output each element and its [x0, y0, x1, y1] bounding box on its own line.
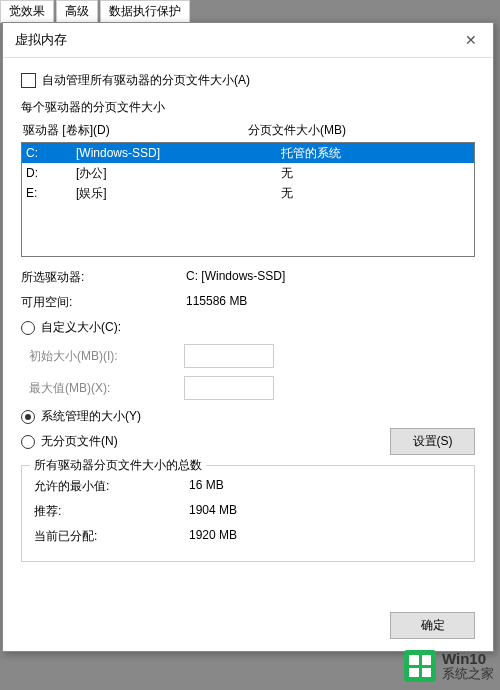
min-allowed-value: 16 MB	[189, 478, 462, 495]
watermark-line2: 系统之家	[442, 667, 494, 681]
drive-letter: E:	[26, 184, 76, 202]
totals-fieldset: 所有驱动器分页文件大小的总数 允许的最小值: 16 MB 推荐: 1904 MB…	[21, 465, 475, 562]
drive-label: [娱乐]	[76, 184, 281, 202]
totals-legend: 所有驱动器分页文件大小的总数	[30, 457, 206, 474]
watermark-line1: Win10	[442, 651, 494, 668]
no-pagefile-radio[interactable]	[21, 435, 35, 449]
drive-size: 无	[281, 164, 470, 182]
bg-tab: 高级	[56, 0, 98, 23]
max-size-label: 最大值(MB)(X):	[29, 380, 184, 397]
allocated-row: 当前已分配: 1920 MB	[34, 528, 462, 545]
virtual-memory-dialog: 虚拟内存 ✕ 自动管理所有驱动器的分页文件大小(A) 每个驱动器的分页文件大小 …	[2, 22, 494, 652]
titlebar: 虚拟内存 ✕	[3, 23, 493, 58]
drive-list[interactable]: C: [Windows-SSD] 托管的系统 D: [办公] 无 E: [娱乐]…	[21, 142, 475, 257]
drive-label: [Windows-SSD]	[76, 144, 281, 162]
initial-size-label: 初始大小(MB)(I):	[29, 348, 184, 365]
initial-size-row: 初始大小(MB)(I):	[21, 344, 475, 368]
auto-manage-label: 自动管理所有驱动器的分页文件大小(A)	[42, 72, 250, 89]
recommended-value: 1904 MB	[189, 503, 462, 520]
selected-drive-label: 所选驱动器:	[21, 269, 186, 286]
drive-row[interactable]: E: [娱乐] 无	[22, 183, 474, 203]
min-allowed-label: 允许的最小值:	[34, 478, 189, 495]
allocated-value: 1920 MB	[189, 528, 462, 545]
selected-drive-row: 所选驱动器: C: [Windows-SSD]	[21, 269, 475, 286]
drive-size: 无	[281, 184, 470, 202]
drive-row[interactable]: C: [Windows-SSD] 托管的系统	[22, 143, 474, 163]
system-managed-radio[interactable]	[21, 410, 35, 424]
ok-button[interactable]: 确定	[390, 612, 475, 639]
no-pagefile-label: 无分页文件(N)	[41, 433, 118, 450]
recommended-row: 推荐: 1904 MB	[34, 503, 462, 520]
auto-manage-checkbox[interactable]	[21, 73, 36, 88]
per-drive-label: 每个驱动器的分页文件大小	[21, 99, 475, 116]
recommended-label: 推荐:	[34, 503, 189, 520]
auto-manage-row[interactable]: 自动管理所有驱动器的分页文件大小(A)	[21, 72, 475, 89]
custom-size-label: 自定义大小(C):	[41, 319, 121, 336]
drive-label: [办公]	[76, 164, 281, 182]
min-allowed-row: 允许的最小值: 16 MB	[34, 478, 462, 495]
header-size: 分页文件大小(MB)	[248, 122, 473, 139]
max-size-input[interactable]	[184, 376, 274, 400]
dialog-button-bar: 确定	[390, 612, 475, 639]
drive-letter: D:	[26, 164, 76, 182]
drive-size: 托管的系统	[281, 144, 470, 162]
dialog-content: 自动管理所有驱动器的分页文件大小(A) 每个驱动器的分页文件大小 驱动器 [卷标…	[3, 58, 493, 576]
set-button[interactable]: 设置(S)	[390, 428, 475, 455]
initial-size-input[interactable]	[184, 344, 274, 368]
allocated-label: 当前已分配:	[34, 528, 189, 545]
free-space-value: 115586 MB	[186, 294, 475, 311]
background-tabs: 觉效果 高级 数据执行保护	[0, 0, 190, 23]
watermark: Win10 系统之家	[404, 650, 494, 682]
custom-size-radio[interactable]	[21, 321, 35, 335]
watermark-text: Win10 系统之家	[442, 651, 494, 682]
bg-tab: 数据执行保护	[100, 0, 190, 23]
header-drive: 驱动器 [卷标](D)	[23, 122, 248, 139]
drive-list-header: 驱动器 [卷标](D) 分页文件大小(MB)	[21, 122, 475, 142]
drive-row[interactable]: D: [办公] 无	[22, 163, 474, 183]
system-managed-option[interactable]: 系统管理的大小(Y)	[21, 408, 475, 425]
drive-letter: C:	[26, 144, 76, 162]
close-button[interactable]: ✕	[461, 32, 481, 48]
max-size-row: 最大值(MB)(X):	[21, 376, 475, 400]
watermark-logo-icon	[404, 650, 436, 682]
selected-drive-value: C: [Windows-SSD]	[186, 269, 475, 286]
free-space-row: 可用空间: 115586 MB	[21, 294, 475, 311]
bg-tab: 觉效果	[0, 0, 54, 23]
free-space-label: 可用空间:	[21, 294, 186, 311]
system-managed-label: 系统管理的大小(Y)	[41, 408, 141, 425]
dialog-title: 虚拟内存	[15, 31, 67, 49]
custom-size-option[interactable]: 自定义大小(C):	[21, 319, 475, 336]
